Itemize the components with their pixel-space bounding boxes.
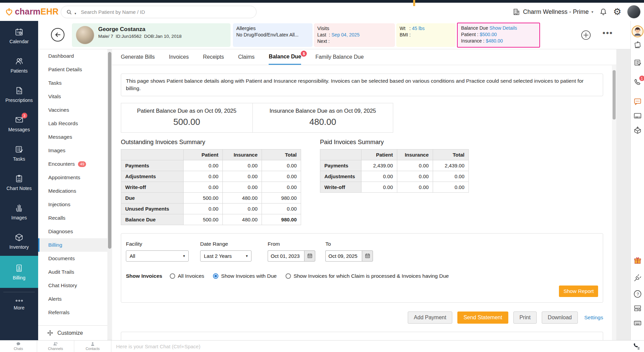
balance-insurance-label: Insurance [461,38,482,44]
search-dropdown-caret[interactable]: ▾ [75,12,76,15]
chat-bubble-icon[interactable] [633,97,642,106]
contacts-icon [90,342,95,346]
menu-item-images[interactable]: Images [38,144,107,157]
patient-search[interactable]: ▾ [61,6,257,18]
menu-scrollbar-handle[interactable] [108,52,111,249]
visits-last-date-link[interactable]: Sep 04, 2025 [331,32,359,37]
notifications-bell-icon[interactable] [599,8,608,16]
back-button[interactable] [50,27,65,42]
send-statement-button[interactable]: Send Statement [457,312,508,324]
sticky-note-icon[interactable] [633,40,642,49]
primary-sidebar: 12 Calendar Patients Rx Prescriptions 3 … [0,21,38,340]
package-plus-icon[interactable] [633,126,642,135]
tab-claims[interactable]: Claims [238,49,254,65]
customize-menu-button[interactable]: Customize [38,325,107,340]
logo-ehr-text: EHR [41,7,58,16]
menu-item-alerts[interactable]: Alerts [38,292,107,306]
content-scrollbar-handle[interactable] [613,70,616,119]
menu-item-messages[interactable]: Messages [38,130,107,144]
smart-chat-input-area[interactable] [111,341,644,352]
footer-tab-contacts[interactable]: Contacts [74,341,111,352]
date-range-select[interactable]: Last 2 Years▾ [200,250,251,262]
paid-summary-table: Patient Insurance Total Payments2,439.00… [320,149,469,193]
allergies-card[interactable]: Allergies No Drug/Food/Env/Latex All... [233,23,313,47]
assistant-avatar[interactable] [632,25,644,37]
header-more-icon[interactable]: ••• [602,28,613,38]
content-scrollbar[interactable] [612,65,616,340]
menu-item-recalls[interactable]: Recalls [38,211,107,225]
menu-item-appointments[interactable]: Appointments [38,171,107,184]
menu-item-injections[interactable]: Injections [38,198,107,211]
integrations-plug-icon[interactable] [633,274,642,282]
sidebar-item-patients[interactable]: Patients [0,50,38,80]
menu-item-referrals[interactable]: Referrals [38,306,107,319]
layout-widgets-icon[interactable] [633,304,642,313]
practice-selector[interactable]: Charm Wellness - Prime ▾ [512,8,593,16]
menu-item-documents[interactable]: Documents [38,252,107,265]
settings-link[interactable]: Settings [584,315,603,321]
patient-info-card[interactable]: George Costanza Male/ 7 ID:Jun16562 DOB:… [72,23,231,47]
menu-item-billing[interactable]: Billing [38,238,107,252]
menu-scrollbar[interactable] [107,50,112,340]
search-input[interactable] [81,9,251,15]
from-calendar-button[interactable] [304,250,315,262]
sidebar-item-billing[interactable]: $ Billing [0,256,38,288]
gear-icon[interactable]: ⚙ [613,7,621,17]
to-calendar-button[interactable] [362,250,373,262]
payment-card-icon[interactable] [633,111,642,120]
sidebar-item-images[interactable]: Images [0,197,38,226]
calls-phone-icon[interactable]: 1 [633,78,642,87]
bmi-label: BMI [400,32,408,37]
facility-select[interactable]: All▾ [126,250,189,262]
print-button[interactable]: Print [513,312,537,324]
menu-item-vaccines[interactable]: Vaccines [38,103,107,117]
menu-item-encounters[interactable]: Encounters49 [38,157,107,171]
show-details-link[interactable]: Show Details [489,25,517,31]
encounters-count-badge: 49 [78,161,86,167]
add-payment-button[interactable]: Add Payment [408,312,452,324]
menu-item-medications[interactable]: Medications [38,184,107,198]
to-date-input[interactable] [325,250,362,262]
footer-tab-channels[interactable]: Channels [37,341,74,352]
sidebar-item-chart-notes[interactable]: CC Chart Notes [0,168,38,197]
menu-item-vitals[interactable]: Vitals [38,90,107,103]
visits-card[interactable]: Visits Last : Sep 04, 2025 Next : [314,23,395,47]
user-avatar[interactable] [627,5,641,19]
radio-claim-processed[interactable]: Show Invoices for which Claim is process… [286,273,449,279]
help-icon[interactable]: ? [633,290,642,298]
sidebar-item-calendar[interactable]: 12 Calendar [0,21,38,50]
menu-item-tasks[interactable]: Tasks [38,76,107,90]
app-header: charmEHR ▾ Charm Wellness - Prime ▾ ⚙ [0,3,644,21]
menu-item-diagnoses[interactable]: Diagnoses [38,225,107,238]
vitals-card[interactable]: Wt : 45 lbs BMI : [396,23,456,47]
gift-icon[interactable] [633,256,642,265]
from-date-input[interactable] [268,250,304,262]
balance-due-card[interactable]: Balance Due Show Details Patient : $500.… [457,23,540,48]
tab-family-balance-due[interactable]: Family Balance Due [315,49,364,65]
menu-item-lab-records[interactable]: Lab Records [38,117,107,130]
tab-balance-due[interactable]: Balance Due$ [269,49,301,65]
dialer-phone-icon[interactable] [633,342,641,350]
menu-item-chat-history[interactable]: Chat History [38,279,107,292]
sidebar-item-messages[interactable]: 3 Messages [0,109,38,138]
menu-item-dashboard[interactable]: Dashboard [38,49,107,63]
sidebar-item-tasks[interactable]: Tasks [0,138,38,168]
show-report-button[interactable]: Show Report [559,286,598,297]
sidebar-item-prescriptions[interactable]: Rx Prescriptions [0,80,38,109]
sidebar-item-inventory[interactable]: Inventory [0,226,38,256]
keyboard-shortcuts-icon[interactable] [633,319,642,327]
tab-generate-bills[interactable]: Generate Bills [121,49,155,65]
footer-tab-chats[interactable]: Chats [0,341,37,352]
radio-all-invoices[interactable]: All Invoices [170,273,204,279]
tab-invoices[interactable]: Invoices [169,49,189,65]
smart-chat-input[interactable] [116,344,591,349]
tab-receipts[interactable]: Receipts [203,49,224,65]
tasks-panel-icon[interactable] [633,58,642,67]
radio-invoices-with-due[interactable]: Show Invoices with Due [213,273,277,279]
menu-item-audit-trails[interactable]: Audit Trails [38,265,107,279]
add-new-plus-icon[interactable] [581,30,591,40]
menu-item-patient-details[interactable]: Patient Details [38,63,107,76]
sidebar-item-more[interactable]: More [0,292,38,317]
download-button[interactable]: Download [542,312,578,324]
charmehr-logo[interactable]: charmEHR [5,7,58,17]
